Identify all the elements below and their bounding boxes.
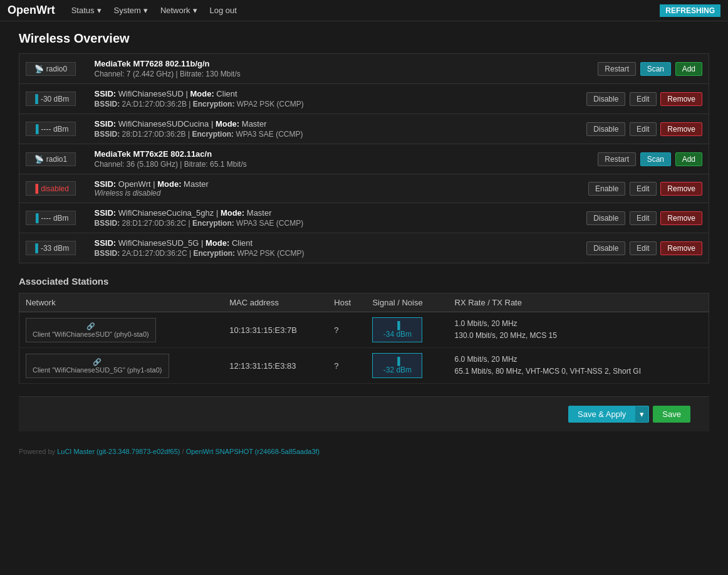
wlan0-master-remove-button[interactable]: Remove — [660, 122, 702, 136]
radio0-scan-button[interactable]: Scan — [640, 62, 671, 76]
signal-bars-red-icon: ▐ — [33, 184, 38, 193]
table-row: ▐ -30 dBm SSID: WifiChianeseSUD | Mode: … — [19, 84, 709, 114]
radio1-actions: Restart Scan Add — [571, 144, 709, 174]
nav-network[interactable]: Network ▾ — [154, 2, 204, 19]
associated-stations-table: Network MAC address Host Signal / Noise … — [19, 293, 709, 384]
table-row: ▐ -33 dBm SSID: WifiChianeseSUD_5G | Mod… — [19, 233, 709, 263]
wlan0-master-actions: Disable Edit Remove — [571, 114, 709, 144]
col-rxtx: RX Rate / TX Rate — [449, 293, 709, 312]
wlan1-client-actions: Disable Edit Remove — [571, 233, 709, 263]
wireless-overview-table: 📡 radio0 MediaTek MT7628 802.11b/g/n Cha… — [19, 53, 709, 263]
brand-logo: OpenWrt — [8, 4, 55, 17]
openwrt-link[interactable]: OpenWrt SNAPSHOT (r24668-5a85aada3f) — [186, 448, 320, 455]
station0-host: ? — [328, 312, 366, 348]
radio1-restart-button[interactable]: Restart — [598, 152, 636, 166]
wlan1-client-remove-button[interactable]: Remove — [660, 241, 702, 255]
save-apply-button[interactable]: Save & Apply — [568, 406, 635, 423]
main-content: Wireless Overview 📡 radio0 MediaTek MT76… — [0, 21, 728, 441]
station1-rxtx: 6.0 Mbit/s, 20 MHz 65.1 Mbit/s, 80 MHz, … — [449, 348, 709, 384]
station0-mac: 10:13:31:15:E3:7B — [223, 312, 328, 348]
wlan1-client-badge: ▐ -33 dBm — [26, 241, 76, 255]
table-row: ▐ ---- dBm SSID: WifiChianeseCucina_5ghz… — [19, 203, 709, 233]
col-signal: Signal / Noise — [366, 293, 448, 312]
station0-rxtx: 1.0 Mbit/s, 20 MHz 130.0 Mbit/s, 20 MHz,… — [449, 312, 709, 348]
radio0-info: MediaTek MT7628 802.11b/g/n Channel: 7 (… — [88, 54, 571, 84]
station0-network: 🔗 Client "WifiChianeseSUD" (phy0-sta0) — [19, 312, 224, 348]
station1-host: ? — [328, 348, 366, 384]
wlan0-master-badge: ▐ ---- dBm — [26, 122, 76, 136]
wlan1-master-actions: Disable Edit Remove — [571, 203, 709, 233]
navbar: OpenWrt Status ▾ System ▾ Network ▾ Log … — [0, 0, 728, 21]
table-row: 📡 radio0 MediaTek MT7628 802.11b/g/n Cha… — [19, 54, 709, 84]
radio0-add-button[interactable]: Add — [675, 62, 702, 76]
signal1-badge: ▐ -32 dBm — [372, 353, 422, 378]
radio0-restart-button[interactable]: Restart — [598, 62, 636, 76]
save-button[interactable]: Save — [653, 406, 690, 423]
signal-bars-icon: ▐ — [33, 243, 38, 253]
wlan0-client-disable-button[interactable]: Disable — [586, 92, 625, 106]
luci-link[interactable]: LuCI Master (git-23.348.79873-e02df65) — [57, 448, 180, 455]
wlan1-master-edit-button[interactable]: Edit — [630, 211, 657, 225]
wlan0-master-info: SSID: WifiChianeseSUDCucina | Mode: Mast… — [88, 114, 571, 144]
wlan1-client-disable-button[interactable]: Disable — [586, 241, 625, 255]
wlan1-disabled-actions: Enable Edit Remove — [571, 174, 709, 203]
wlan1-disabled-badge: ▐ disabled — [26, 181, 76, 196]
table-row: 📡 radio1 MediaTek MT76x2E 802.11ac/n Cha… — [19, 144, 709, 174]
wifi-icon: 📡 — [34, 155, 44, 164]
wlan0-master-edit-button[interactable]: Edit — [630, 122, 657, 136]
stations-header-row: Network MAC address Host Signal / Noise … — [19, 293, 709, 312]
radio1-info: MediaTek MT76x2E 802.11ac/n Channel: 36 … — [88, 144, 571, 174]
wlan0-client-info: SSID: WifiChianeseSUD | Mode: Client BSS… — [88, 84, 571, 114]
wlan1-master-badge: ▐ ---- dBm — [26, 211, 76, 225]
nav-status[interactable]: Status ▾ — [65, 2, 108, 19]
client1-badge: 🔗 Client "WifiChianeseSUD_5G" (phy1-sta0… — [26, 354, 169, 378]
station0-signal: ▐ -34 dBm — [366, 312, 448, 348]
signal-bars-icon: ▐ — [33, 124, 38, 134]
table-row: ▐ disabled SSID: OpenWrt | Mode: Master … — [19, 174, 709, 203]
wlan1-disabled-info: SSID: OpenWrt | Mode: Master Wireless is… — [88, 174, 571, 203]
wlan0-client-edit-button[interactable]: Edit — [630, 92, 657, 106]
col-network: Network — [19, 293, 224, 312]
wlan1-master-remove-button[interactable]: Remove — [660, 211, 702, 225]
table-row: 🔗 Client "WifiChianeseSUD_5G" (phy1-sta0… — [19, 348, 709, 384]
station1-mac: 12:13:31:15:E3:83 — [223, 348, 328, 384]
station1-network: 🔗 Client "WifiChianeseSUD_5G" (phy1-sta0… — [19, 348, 224, 384]
radio1-scan-button[interactable]: Scan — [640, 152, 671, 166]
table-row: ▐ ---- dBm SSID: WifiChianeseSUDCucina |… — [19, 114, 709, 144]
wlan1-enable-button[interactable]: Enable — [588, 182, 625, 196]
radio0-badge: 📡 radio0 — [26, 62, 76, 76]
col-host: Host — [328, 293, 366, 312]
wifi-icon: 📡 — [34, 65, 44, 73]
wlan0-master-disable-button[interactable]: Disable — [586, 122, 625, 136]
station1-signal: ▐ -32 dBm — [366, 348, 448, 384]
radio0-actions: Restart Scan Add — [571, 54, 709, 84]
signal0-badge: ▐ -34 dBm — [372, 317, 422, 342]
wireless-overview-title: Wireless Overview — [19, 31, 709, 46]
table-row: 🔗 Client "WifiChianeseSUD" (phy0-sta0) 1… — [19, 312, 709, 348]
client0-badge: 🔗 Client "WifiChianeseSUD" (phy0-sta0) — [26, 318, 156, 342]
nav-logout[interactable]: Log out — [204, 2, 243, 19]
wlan1-edit-button[interactable]: Edit — [630, 182, 657, 196]
save-apply-dropdown-button[interactable]: ▾ — [635, 406, 649, 423]
wlan1-master-info: SSID: WifiChianeseCucina_5ghz | Mode: Ma… — [88, 203, 571, 233]
signal-bars-icon: ▐ — [33, 213, 38, 223]
nav-system[interactable]: System ▾ — [108, 2, 154, 19]
page-footer: Powered by LuCI Master (git-23.348.79873… — [0, 441, 728, 462]
footer-bar: Save & Apply ▾ Save — [19, 396, 709, 431]
radio1-badge: 📡 radio1 — [26, 152, 76, 166]
wlan0-client-badge: ▐ -30 dBm — [26, 92, 76, 106]
wlan0-client-remove-button[interactable]: Remove — [660, 92, 702, 106]
col-mac: MAC address — [223, 293, 328, 312]
signal-bars-icon: ▐ — [33, 94, 38, 103]
radio1-add-button[interactable]: Add — [675, 152, 702, 166]
wlan1-client-info: SSID: WifiChianeseSUD_5G | Mode: Client … — [88, 233, 571, 263]
wlan1-client-edit-button[interactable]: Edit — [630, 241, 657, 255]
refreshing-badge: REFRESHING — [660, 4, 720, 17]
associated-stations-title: Associated Stations — [19, 276, 709, 287]
wlan0-client-actions: Disable Edit Remove — [571, 84, 709, 114]
wlan1-remove-button[interactable]: Remove — [660, 182, 702, 196]
wlan1-master-disable-button[interactable]: Disable — [586, 211, 625, 225]
